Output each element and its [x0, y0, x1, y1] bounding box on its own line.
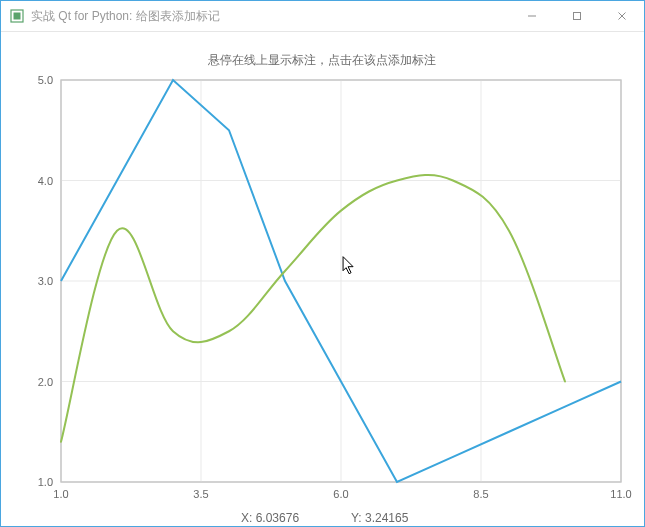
x-tick-label: 3.5 — [193, 488, 208, 500]
x-tick-label: 6.0 — [333, 488, 348, 500]
y-tick-label: 2.0 — [38, 376, 53, 388]
minimize-button[interactable] — [509, 1, 554, 31]
chart-client-area: 悬停在线上显示标注，点击在该点添加标注 1.03.56.08.511.01.02… — [1, 32, 644, 526]
titlebar: 实战 Qt for Python: 给图表添加标记 — [1, 1, 644, 32]
footer-x-label: X: 6.03676 — [241, 511, 299, 525]
footer-y-label: Y: 3.24165 — [351, 511, 409, 525]
x-tick-label: 8.5 — [473, 488, 488, 500]
y-tick-label: 1.0 — [38, 476, 53, 488]
chart-svg[interactable]: 悬停在线上显示标注，点击在该点添加标注 1.03.56.08.511.01.02… — [1, 32, 644, 527]
x-tick-label: 1.0 — [53, 488, 68, 500]
app-icon — [9, 8, 25, 24]
chart-title: 悬停在线上显示标注，点击在该点添加标注 — [207, 53, 436, 67]
x-tick-label: 11.0 — [610, 488, 631, 500]
window-title: 实战 Qt for Python: 给图表添加标记 — [31, 8, 509, 25]
app-window: 实战 Qt for Python: 给图表添加标记 悬停在线上显示标注，点击在该… — [0, 0, 645, 527]
series-green[interactable] — [61, 175, 565, 442]
cursor-icon — [343, 257, 353, 274]
maximize-button[interactable] — [554, 1, 599, 31]
plot-area: 1.03.56.08.511.01.02.03.04.05.0 — [38, 74, 632, 500]
y-tick-label: 5.0 — [38, 74, 53, 86]
svg-rect-1 — [14, 13, 21, 20]
close-button[interactable] — [599, 1, 644, 31]
y-tick-label: 4.0 — [38, 175, 53, 187]
svg-rect-3 — [573, 13, 580, 20]
window-controls — [509, 1, 644, 31]
y-tick-label: 3.0 — [38, 275, 53, 287]
